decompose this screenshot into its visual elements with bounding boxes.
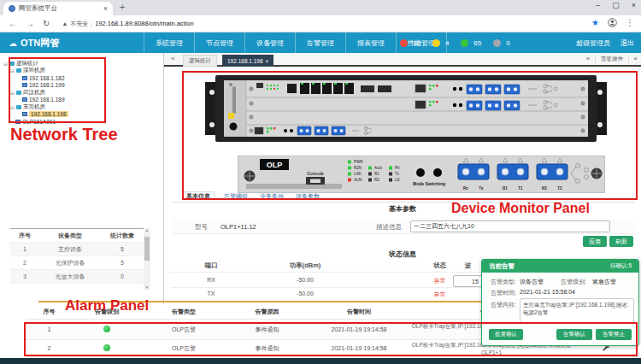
mode-switching-label: Mode Switching bbox=[413, 181, 445, 186]
scrollbar-thumb[interactable] bbox=[144, 237, 150, 261]
stats-cell: 光保护设备 bbox=[39, 259, 101, 267]
url-text[interactable]: 192.168.1.89:8088/otn/main.action bbox=[95, 20, 194, 27]
led-label: R1 bbox=[374, 172, 379, 176]
tree-node-root[interactable]: ⊟ 逻辑统计 bbox=[3, 60, 38, 68]
forward-icon[interactable]: → bbox=[26, 19, 34, 28]
tree-node-192-168-1-199[interactable]: 192.168.1.199 bbox=[22, 82, 65, 90]
port-label: R1 bbox=[503, 186, 508, 191]
model-label: 型号 bbox=[195, 223, 208, 232]
console-label: Console bbox=[307, 171, 324, 176]
minor-alarm-icon[interactable] bbox=[461, 39, 468, 47]
menu-alarm[interactable]: 告警管理 bbox=[295, 32, 345, 53]
reload-icon[interactable]: ↻ bbox=[43, 19, 50, 28]
tree-node-dongguan[interactable]: ⊟ 东莞机房 bbox=[10, 103, 45, 111]
status-header-wavelength: 波 bbox=[465, 261, 472, 270]
device-node-icon bbox=[22, 97, 27, 102]
collapse-sidebar-icon[interactable]: « bbox=[171, 55, 174, 62]
tab-close-icon[interactable]: × bbox=[103, 4, 108, 13]
view-tab-bar: « 逻辑统计 192.168.1.198 × » 页签操作 × bbox=[164, 53, 641, 67]
port-label: Tx bbox=[479, 186, 484, 191]
status-tx-state: 异常 bbox=[399, 291, 480, 299]
led-label: LNK bbox=[354, 172, 362, 176]
minor-alarm-count: 65 bbox=[473, 39, 481, 47]
group-node-icon bbox=[16, 68, 21, 73]
tab-basic-info[interactable]: 基本信息 bbox=[182, 191, 215, 202]
browser-menu-icon[interactable]: ⋮ bbox=[626, 18, 634, 27]
apply-button[interactable]: 应用 bbox=[583, 236, 607, 247]
status-header-power: 功率(dBm) bbox=[258, 261, 352, 270]
browser-tab[interactable]: 网管系统平台 × bbox=[3, 2, 113, 15]
current-user[interactable]: 超级管理员 bbox=[576, 38, 610, 48]
expander-icon[interactable]: ⊟ bbox=[10, 68, 15, 73]
menu-system[interactable]: 系统管理 bbox=[144, 32, 194, 53]
status-info-title: 状态信息 bbox=[164, 250, 641, 259]
description-input[interactable] bbox=[410, 220, 610, 232]
view-tab-device[interactable]: 192.168.1.198 × bbox=[222, 55, 273, 67]
scroll-up-icon[interactable]: ▲ bbox=[144, 228, 150, 232]
cleared-alarm-icon[interactable] bbox=[493, 39, 501, 47]
tree-node-192-168-1-189[interactable]: 192.168.1.189 bbox=[22, 97, 65, 104]
cleared-alarm-count: 0 bbox=[506, 39, 509, 47]
tree-node-label: 192.168.1.189 bbox=[29, 97, 65, 103]
tree-node-192-168-1-198[interactable]: 192.168.1.198 bbox=[22, 111, 68, 119]
expander-icon[interactable]: ⊟ bbox=[3, 61, 8, 67]
alarm-forbid-button[interactable]: 告警禁止 bbox=[596, 329, 632, 340]
port-label: Rx bbox=[463, 186, 468, 191]
tree-node-192-168-1-182[interactable]: 192.168.1.182 bbox=[22, 74, 65, 82]
refresh-button[interactable]: 刷新 bbox=[609, 236, 633, 247]
alarm-header-time: 告警时间 bbox=[308, 308, 410, 316]
port-label: T2 bbox=[557, 186, 562, 191]
view-tab-close-icon[interactable]: × bbox=[266, 58, 269, 64]
window-minimize-button[interactable]: – bbox=[596, 1, 600, 9]
menu-device[interactable]: 设备管理 bbox=[244, 32, 295, 53]
tree-node-olp181a001[interactable]: OLP181A001 bbox=[15, 118, 56, 126]
profile-avatar-icon[interactable] bbox=[608, 18, 617, 27]
cloud-icon: ☁ bbox=[9, 38, 17, 48]
bookmark-star-icon[interactable]: ★ bbox=[591, 18, 599, 27]
window-maximize-button[interactable]: ▢ bbox=[612, 1, 620, 9]
menu-node[interactable]: 节点管理 bbox=[194, 32, 244, 53]
alarm-time: 2021-01-19 19:14:58 bbox=[308, 326, 410, 332]
browser-tab-strip: 网管系统平台 × + – ▢ × bbox=[0, 0, 641, 15]
tab-device-params[interactable]: 设备参数 bbox=[292, 191, 323, 202]
alarm-confirm-button[interactable]: 告警确认 bbox=[556, 329, 592, 340]
app-brand: ☁ OTN网管 bbox=[9, 37, 59, 50]
major-alarm-icon[interactable] bbox=[432, 39, 440, 47]
expander-icon[interactable]: ⊟ bbox=[10, 104, 15, 110]
tree-node-label: OLP181A001 bbox=[22, 119, 56, 125]
tree-node-label: 深圳机房 bbox=[23, 67, 45, 74]
olp-badge-label: OLP bbox=[267, 161, 283, 169]
alarm-reason: 事件通知 bbox=[226, 344, 308, 353]
alarm-no: 1 bbox=[26, 326, 73, 332]
tab-alarm-threshold[interactable]: 告警阈值 bbox=[221, 191, 251, 202]
menu-report[interactable]: 报表管理 bbox=[345, 32, 396, 53]
expand-tabs-icon[interactable]: » bbox=[586, 55, 590, 62]
stats-scrollbar[interactable]: ▲ ▼ bbox=[144, 228, 150, 290]
scroll-down-icon[interactable]: ▼ bbox=[144, 285, 150, 290]
tree-node-shenzhen[interactable]: ⊟ 深圳机房 bbox=[10, 68, 45, 75]
tab-operations-button[interactable]: 页签操作 bbox=[595, 56, 629, 63]
app-brand-text: OTN网管 bbox=[21, 37, 59, 50]
alarm-header-level: 告警级别 bbox=[73, 308, 141, 316]
tree-node-wuhan[interactable]: ⊟ 武汉机房 bbox=[10, 89, 45, 97]
browser-tab-title: 网管系统平台 bbox=[19, 4, 100, 13]
logout-button[interactable]: 退出 bbox=[620, 38, 634, 48]
device-node-icon bbox=[22, 112, 27, 116]
stats-header-no: 序号 bbox=[10, 232, 39, 240]
tab-service-backup[interactable]: 业务备份 bbox=[256, 191, 287, 202]
batch-confirm-button[interactable]: 批量确认 bbox=[489, 329, 523, 340]
new-tab-button[interactable]: + bbox=[120, 2, 125, 12]
stats-row[interactable]: 1 主控设备 5 bbox=[10, 243, 144, 256]
critical-alarm-icon[interactable] bbox=[400, 39, 408, 47]
window-close-button[interactable]: × bbox=[632, 1, 636, 9]
view-tab-logic[interactable]: 逻辑统计 bbox=[183, 55, 217, 67]
stats-row[interactable]: 2 光保护设备 5 bbox=[10, 256, 144, 270]
toast-time-label: 告警时间: bbox=[491, 289, 516, 297]
expander-icon[interactable]: ⊟ bbox=[10, 90, 15, 96]
close-all-tabs-icon[interactable]: × bbox=[633, 55, 638, 62]
security-warning-text[interactable]: 不安全 bbox=[70, 20, 88, 28]
back-icon[interactable]: ← bbox=[9, 19, 17, 28]
stats-cell: 主控设备 bbox=[39, 245, 101, 254]
stats-row[interactable]: 3 光放大设备 0 bbox=[10, 270, 144, 284]
group-node-icon bbox=[16, 91, 21, 95]
